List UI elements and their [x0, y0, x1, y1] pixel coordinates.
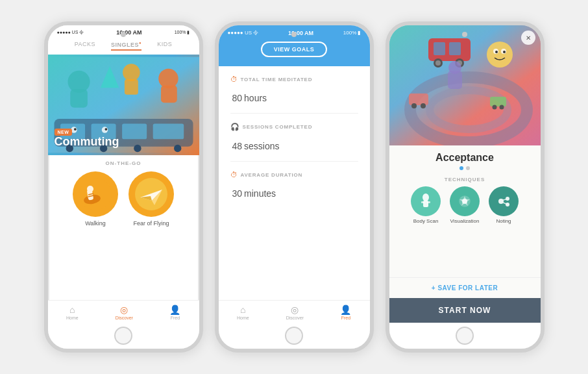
phone2-header: VIEW GOALS: [219, 38, 370, 66]
svg-rect-36: [449, 42, 461, 55]
phone1-battery: 100% ▮: [175, 30, 190, 35]
techniques-label: TECHNIQUES: [445, 177, 485, 182]
stat-sessions: 🎧 SESSIONS COMPLETED 48sessions: [230, 123, 358, 162]
tab-home-label: Home: [66, 316, 79, 320]
card-flying[interactable]: Fear of Flying: [129, 171, 174, 227]
visualization-label: Visualization: [450, 218, 480, 224]
start-now-button[interactable]: START NOW: [389, 298, 541, 323]
stat-total-label: TOTAL TIME MEDITATED: [241, 77, 313, 82]
svg-point-54: [423, 193, 429, 201]
tab-home[interactable]: ⌂ Home: [66, 305, 79, 320]
section-label: ON-THE-GO: [48, 155, 199, 169]
tab2-discover[interactable]: ◎ Discover: [286, 305, 304, 320]
profile-icon-2: 👤: [341, 305, 351, 315]
tab2-home[interactable]: ⌂ Home: [237, 305, 249, 320]
phone-2: ●●●●● US 令 10:00 AM 100% ▮ VIEW GOALS ⏱ …: [215, 21, 374, 353]
stat-duration-label: AVERAGE DURATION: [241, 172, 303, 178]
svg-point-41: [487, 42, 513, 68]
svg-point-63: [506, 203, 509, 206]
phone2-content: VIEW GOALS ⏱ TOTAL TIME MEDITATED 80hour…: [219, 38, 370, 323]
svg-point-50: [492, 105, 496, 110]
tab-fred-label: Fred: [171, 316, 180, 320]
phone2-time: 10:00 AM: [288, 30, 313, 36]
technique-bodyscan[interactable]: Body Scan: [411, 186, 441, 224]
pack-title: Acceptance: [435, 152, 494, 164]
phone1-content: PACKS SINGLES● KIDS: [48, 37, 199, 323]
svg-rect-12: [153, 124, 184, 140]
svg-rect-7: [124, 79, 138, 95]
svg-point-24: [87, 186, 93, 192]
noting-label: Noting: [496, 218, 511, 224]
phone3-status-bar: [389, 25, 541, 31]
technique-visualization[interactable]: Visualization: [450, 186, 480, 224]
save-for-later-button[interactable]: + SAVE FOR LATER: [389, 277, 541, 298]
svg-point-61: [498, 199, 504, 204]
card-walking-circle: [73, 171, 118, 217]
discover-icon: ◎: [119, 305, 129, 315]
stat-duration-value: 30minutes: [230, 179, 358, 201]
svg-rect-35: [434, 42, 445, 55]
tab2-fred[interactable]: 👤 Fred: [341, 305, 351, 320]
svg-rect-57: [427, 201, 430, 203]
pagination-dots: [459, 166, 470, 170]
tab-fred[interactable]: 👤 Fred: [170, 305, 180, 320]
svg-point-53: [448, 61, 461, 74]
card-walking[interactable]: Walking: [73, 171, 118, 227]
bodyscan-label: Body Scan: [413, 218, 439, 224]
phone2-battery: 100% ▮: [343, 30, 361, 36]
svg-point-38: [435, 60, 441, 66]
stat-sessions-value: 48sessions: [230, 132, 358, 153]
timer-icon-1: ⏱: [230, 75, 238, 83]
stat-total-time: ⏱ TOTAL TIME MEDITATED 80hours: [230, 75, 358, 114]
tab-discover[interactable]: ◎ Discover: [116, 305, 133, 320]
svg-point-62: [506, 197, 509, 201]
visualization-icon: [450, 186, 480, 216]
phone3-bottom: [389, 323, 541, 349]
phone1-bottom: [48, 323, 199, 349]
home-button-3[interactable]: [456, 327, 474, 345]
noting-icon: [489, 186, 519, 216]
svg-line-65: [503, 203, 506, 204]
stat-total-value: 80hours: [230, 84, 358, 105]
phone3-body: Acceptance TECHNIQUES Body Scan Visual: [389, 145, 541, 323]
svg-point-18: [73, 128, 76, 131]
phone1-nav: PACKS SINGLES● KIDS: [48, 37, 199, 55]
svg-point-21: [79, 178, 112, 210]
profile-icon: 👤: [170, 305, 180, 315]
nav-kids[interactable]: KIDS: [157, 41, 172, 51]
home-button-2[interactable]: [285, 327, 303, 345]
technique-noting[interactable]: Noting: [489, 186, 519, 224]
svg-point-15: [134, 145, 141, 152]
close-button[interactable]: ✕: [521, 31, 535, 45]
phone3-hero: ✕: [389, 25, 541, 145]
phone2-bottom: [219, 323, 370, 349]
phone2-signal: ●●●●● US 令: [228, 29, 259, 36]
phone1-time: 10:00 AM: [116, 29, 141, 36]
svg-line-64: [503, 199, 506, 200]
home-button-1[interactable]: [114, 327, 132, 345]
nav-singles[interactable]: SINGLES●: [111, 41, 141, 51]
view-goals-button[interactable]: VIEW GOALS: [261, 42, 328, 57]
dot-2: [466, 166, 470, 170]
stat-duration: ⏱ AVERAGE DURATION 30minutes: [230, 171, 358, 208]
phone1-hero: NEW Commuting: [48, 55, 199, 155]
card-flying-circle: [129, 171, 174, 217]
phone1-status-bar: ●●●●● US 令 10:00 AM 100% ▮: [48, 25, 199, 37]
phone2-tabbar: ⌂ Home ◎ Discover 👤 Fred: [219, 300, 370, 323]
home-icon: ⌂: [67, 305, 77, 315]
headphone-icon: 🎧: [230, 123, 239, 131]
hero-title: Commuting: [55, 135, 119, 149]
card-flying-label: Fear of Flying: [133, 220, 169, 227]
phone3-actions: + SAVE FOR LATER START NOW: [389, 277, 541, 323]
svg-rect-5: [161, 86, 177, 103]
bodyscan-icon: [411, 186, 441, 216]
card-walking-label: Walking: [85, 220, 106, 227]
phone3-content: ✕: [389, 25, 541, 323]
svg-rect-49: [490, 97, 506, 106]
tab2-discover-label: Discover: [286, 316, 304, 320]
phone1-tabbar: ⌂ Home ◎ Discover 👤 Fred: [48, 300, 199, 323]
phone-1: ●●●●● US 令 10:00 AM 100% ▮ PACKS SINGLES…: [44, 21, 203, 353]
tab-discover-label: Discover: [116, 316, 133, 320]
svg-rect-46: [409, 94, 428, 105]
nav-packs[interactable]: PACKS: [75, 41, 95, 51]
